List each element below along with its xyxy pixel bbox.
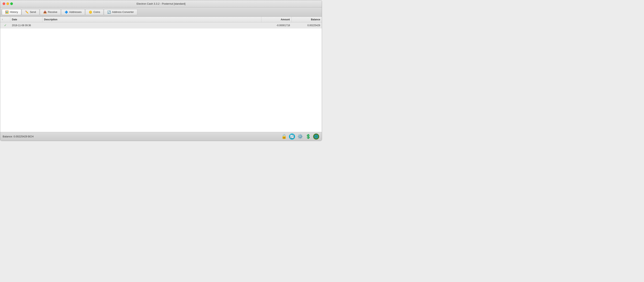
tab-address-converter[interactable]: 🔄 Address Converter xyxy=(104,9,137,15)
tools-button[interactable]: ⚙️ xyxy=(297,133,303,140)
lock-icon: 🔒 xyxy=(281,134,287,139)
tab-history-label: History xyxy=(10,11,18,14)
tab-receive-label: Receive xyxy=(48,11,57,14)
window-title: Electron Cash 3.3.2 - Posternut [standar… xyxy=(137,2,186,5)
tab-history[interactable]: 🖼️ History xyxy=(2,9,21,15)
status-bar: Balance: 0.00225429 BCH 🔒 🔄 ⚙️ 💲 🌐 xyxy=(0,132,322,141)
network-icon: 🌐 xyxy=(313,134,319,140)
tab-coins[interactable]: 🪙 Coins xyxy=(85,9,104,15)
table-row[interactable]: ✓ 2018-11-08 09:36 -0.00001718 0.0022542… xyxy=(0,22,322,29)
sort-arrow-icon: ↑ xyxy=(2,18,3,21)
tab-send[interactable]: ✏️ Send xyxy=(22,9,39,15)
close-button[interactable] xyxy=(2,3,5,5)
traffic-lights xyxy=(2,3,13,5)
address-converter-icon: 🔄 xyxy=(107,11,111,14)
minimize-button[interactable] xyxy=(6,3,9,5)
history-icon: 🖼️ xyxy=(5,11,9,14)
coins-icon: 🪙 xyxy=(89,11,92,14)
tab-addresses-label: Addresses xyxy=(69,11,82,14)
network-button[interactable]: 🌐 xyxy=(313,133,320,140)
balance-status: Balance: 0.00225429 BCH xyxy=(2,135,34,138)
row-date: 2018-11-08 09:36 xyxy=(10,24,42,27)
row-amount: -0.00001718 xyxy=(262,24,292,27)
maximize-button[interactable] xyxy=(10,3,13,5)
title-bar: Electron Cash 3.3.2 - Posternut [standar… xyxy=(0,0,322,8)
col-header-amount[interactable]: Amount xyxy=(262,17,292,22)
sync-icon: 🔄 xyxy=(289,134,295,140)
col-header-status[interactable]: ↑ xyxy=(0,17,10,22)
confirmed-icon: ✓ xyxy=(4,23,7,27)
tab-coins-label: Coins xyxy=(94,11,100,14)
tools-icon: ⚙️ xyxy=(298,134,303,139)
tab-send-label: Send xyxy=(30,11,36,14)
main-window: Electron Cash 3.3.2 - Posternut [standar… xyxy=(0,0,322,141)
status-icons: 🔒 🔄 ⚙️ 💲 🌐 xyxy=(281,133,320,140)
table-body: ✓ 2018-11-08 09:36 -0.00001718 0.0022542… xyxy=(0,22,322,132)
tab-addresses[interactable]: 🔷 Addresses xyxy=(61,9,85,15)
addresses-icon: 🔷 xyxy=(64,11,68,14)
tab-address-converter-label: Address Converter xyxy=(112,11,134,14)
tab-receive[interactable]: 📥 Receive xyxy=(40,9,61,15)
col-header-description[interactable]: Description xyxy=(42,17,262,22)
col-header-date[interactable]: Date xyxy=(10,17,42,22)
table-header: ↑ Date Description Amount Balance xyxy=(0,17,322,22)
dollar-button[interactable]: 💲 xyxy=(305,133,311,140)
sync-button[interactable]: 🔄 xyxy=(289,133,295,140)
row-balance: 0.00225429 xyxy=(292,24,322,27)
tab-bar: 🖼️ History ✏️ Send 📥 Receive 🔷 Addresses… xyxy=(0,8,322,17)
dollar-icon: 💲 xyxy=(306,134,311,139)
send-icon: ✏️ xyxy=(25,11,28,14)
row-status: ✓ xyxy=(0,22,10,28)
col-header-balance[interactable]: Balance xyxy=(292,17,322,22)
lock-button[interactable]: 🔒 xyxy=(281,133,287,140)
receive-icon: 📥 xyxy=(43,11,47,14)
